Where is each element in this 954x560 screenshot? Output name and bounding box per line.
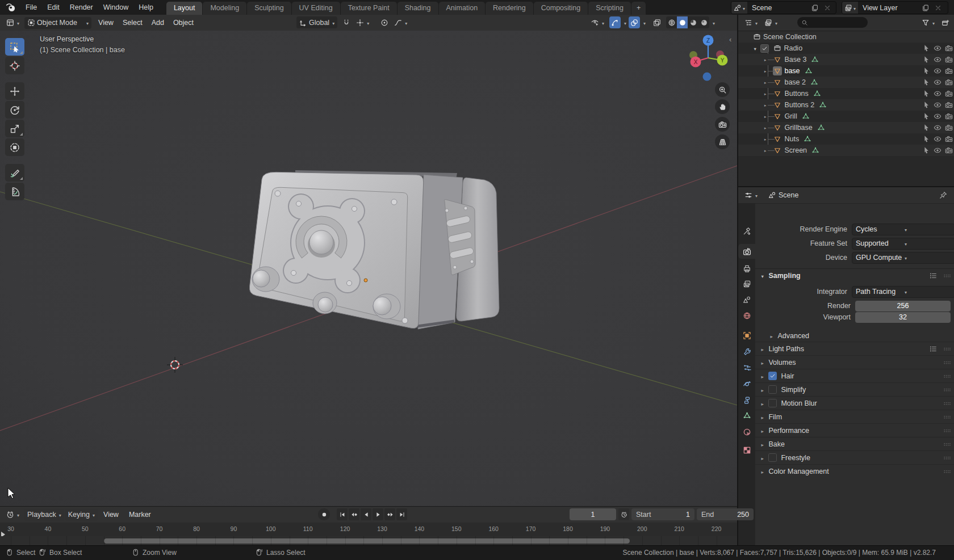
grip-icon[interactable] <box>943 468 951 475</box>
tool-cursor-button[interactable] <box>5 57 24 74</box>
expand-icon[interactable] <box>764 68 767 74</box>
gizmo-axis-z[interactable]: Z <box>703 35 714 46</box>
view-layer-selector[interactable]: View Layer <box>842 1 948 14</box>
jump-to-end-button[interactable] <box>396 508 407 520</box>
outliner-editor-type-button[interactable] <box>742 16 760 28</box>
region-collapse-chevron[interactable]: ‹ <box>729 35 731 44</box>
grip-icon[interactable] <box>943 359 951 367</box>
viewport-menu-object[interactable]: Object <box>169 16 198 29</box>
timeline-track[interactable] <box>0 536 737 546</box>
play-reverse-button[interactable] <box>361 508 371 520</box>
panel-performance[interactable]: Performance <box>755 423 954 437</box>
proportional-falloff-dropdown[interactable] <box>391 16 410 28</box>
panel-freestyle[interactable]: Freestyle <box>755 450 954 464</box>
outliner-row-buttons[interactable]: Buttons <box>738 88 954 99</box>
hide-viewport-toggle[interactable] <box>934 101 942 109</box>
properties-tab-data[interactable] <box>738 408 755 423</box>
tab-shading[interactable]: Shading <box>398 2 438 15</box>
tab-compositing[interactable]: Compositing <box>534 2 588 15</box>
outliner-display-mode-dropdown[interactable] <box>761 16 780 28</box>
scene-selector[interactable]: Scene <box>731 1 836 14</box>
expand-icon[interactable] <box>764 90 767 96</box>
properties-tab-output[interactable] <box>738 261 755 276</box>
gizmos-toggle[interactable] <box>609 16 621 28</box>
timeline-ruler[interactable]: 3040506070809010011012013014015016017018… <box>0 523 737 537</box>
hide-render-toggle[interactable] <box>945 44 953 52</box>
properties-tab-constraints[interactable] <box>738 393 755 407</box>
properties-tab-physics[interactable] <box>738 376 755 391</box>
timeline-menu-view[interactable]: View <box>99 508 123 521</box>
selectable-toggle[interactable] <box>922 101 930 109</box>
shading-wireframe-button[interactable] <box>666 16 677 28</box>
outliner-row-screen[interactable]: Screen <box>738 145 954 156</box>
viewport-3d[interactable]: User Perspective (1) Scene Collection | … <box>0 31 737 506</box>
grip-icon[interactable] <box>943 454 951 462</box>
hide-viewport-toggle[interactable] <box>934 67 942 75</box>
gizmos-dropdown[interactable] <box>623 19 626 27</box>
play-button[interactable] <box>373 508 383 520</box>
panel-checkbox[interactable] <box>768 453 777 462</box>
use-preview-range-toggle[interactable] <box>618 508 629 520</box>
show-object-types-dropdown[interactable] <box>588 16 607 28</box>
hide-viewport-toggle[interactable] <box>934 124 942 132</box>
properties-tab-view-layer[interactable] <box>738 276 755 291</box>
panel-checkbox[interactable] <box>768 385 777 394</box>
jump-to-start-button[interactable] <box>337 508 348 520</box>
expand-icon[interactable] <box>764 113 767 119</box>
hide-viewport-toggle[interactable] <box>934 112 942 120</box>
shading-dropdown[interactable] <box>712 19 715 27</box>
grip-icon[interactable] <box>943 440 951 448</box>
viewport-menu-add[interactable]: Add <box>147 16 169 29</box>
grip-icon[interactable] <box>943 413 951 421</box>
grip-icon[interactable] <box>943 386 951 394</box>
tool-annotate-button[interactable] <box>5 164 24 182</box>
hide-render-toggle[interactable] <box>945 56 953 64</box>
tab-texture-paint[interactable]: Texture Paint <box>341 2 397 15</box>
previous-keyframe-button[interactable] <box>349 508 359 520</box>
blender-logo-icon[interactable] <box>6 2 16 12</box>
snap-target-dropdown[interactable] <box>353 16 372 28</box>
selectable-toggle[interactable] <box>922 135 930 143</box>
hide-render-toggle[interactable] <box>945 101 953 109</box>
selectable-toggle[interactable] <box>922 90 930 98</box>
panel-motion-blur[interactable]: Motion Blur <box>755 396 954 410</box>
properties-tab-render[interactable] <box>738 244 755 259</box>
scene-name[interactable]: Scene <box>747 4 809 12</box>
grip-icon[interactable] <box>943 427 951 435</box>
grip-icon[interactable] <box>943 345 951 353</box>
hide-viewport-toggle[interactable] <box>934 146 942 154</box>
panel-checkbox[interactable] <box>768 372 777 380</box>
proportional-edit-toggle[interactable] <box>378 16 391 28</box>
menu-file[interactable]: File <box>20 0 42 15</box>
viewport-menu-select[interactable]: Select <box>118 16 147 29</box>
hide-render-toggle[interactable] <box>945 67 953 75</box>
editor-type-button[interactable] <box>3 17 22 29</box>
gizmo-axis-neg-z[interactable] <box>703 73 712 81</box>
shading-rendered-button[interactable] <box>698 16 709 28</box>
gizmo-axis-y[interactable]: Y <box>717 55 728 66</box>
frame-start-field[interactable]: Start1 <box>631 508 694 520</box>
panel-bake[interactable]: Bake <box>755 437 954 450</box>
viewport-menu-view[interactable]: View <box>94 16 118 29</box>
selectable-toggle[interactable] <box>922 56 930 64</box>
menu-help[interactable]: Help <box>133 0 158 15</box>
ortho-toggle-button[interactable] <box>715 134 730 149</box>
expand-icon[interactable] <box>764 136 767 142</box>
hide-viewport-toggle[interactable] <box>934 90 942 98</box>
field-value[interactable]: 32 <box>855 312 951 323</box>
hide-render-toggle[interactable] <box>945 135 953 143</box>
menu-edit[interactable]: Edit <box>42 0 65 15</box>
panel-color-management[interactable]: Color Management <box>755 464 954 478</box>
auto-keying-toggle[interactable] <box>318 508 330 520</box>
grip-icon[interactable] <box>943 272 951 280</box>
radio-model[interactable] <box>249 170 499 329</box>
field-value[interactable]: 256 <box>855 301 951 311</box>
properties-tab-modifiers[interactable] <box>738 344 755 359</box>
selectable-toggle[interactable] <box>922 124 930 132</box>
hide-render-toggle[interactable] <box>945 124 953 132</box>
view-layer-remove-button[interactable] <box>932 2 944 14</box>
panel-hair[interactable]: Hair <box>755 369 954 382</box>
grip-icon[interactable] <box>943 372 951 380</box>
field-dropdown[interactable]: GPU Compute <box>852 252 954 264</box>
zoom-view-button[interactable] <box>715 82 730 97</box>
